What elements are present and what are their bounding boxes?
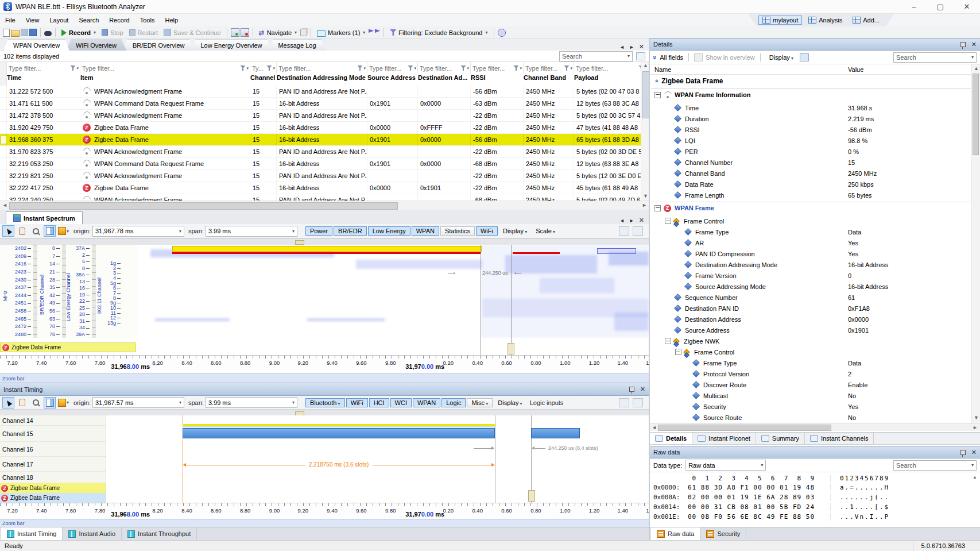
frame-bar-channel15[interactable] (183, 428, 495, 438)
spectrum-filter-toggle[interactable]: WiFi (476, 226, 498, 236)
details-row[interactable]: » Source Route No (650, 412, 980, 423)
close-panel-icon[interactable]: ✕ (971, 41, 977, 48)
details-row[interactable]: » WPAN Frame Information (650, 87, 980, 102)
spectrum-origin-input[interactable]: 31,967.78 ms▾ (92, 226, 184, 237)
filter-funnel-icon[interactable] (266, 65, 272, 71)
table-row[interactable]: 31.472 378 500 WPAN Acknowledgment Frame… (0, 110, 649, 122)
details-vertical-scrollbar[interactable]: ▲▼ (971, 64, 980, 423)
cursor-line-1[interactable] (495, 415, 495, 503)
tab-scroll-right-icon[interactable]: ► (629, 218, 634, 224)
spectrum-span-input[interactable]: 3.99 ms▾ (206, 226, 297, 237)
tab-close-icon[interactable]: ✕ (639, 43, 644, 51)
overview-tab[interactable]: Low Energy Overview (191, 40, 272, 51)
set-marker-icon[interactable] (231, 28, 239, 37)
details-tab[interactable]: Instant Channels (805, 433, 874, 444)
details-row[interactable]: » AR Yes (650, 237, 980, 248)
ack-bar-channel15[interactable] (531, 428, 580, 438)
all-fields-button[interactable]: All fields (660, 54, 683, 61)
details-row[interactable]: » Data Rate 250 kbps (650, 179, 980, 190)
column-filter-input[interactable]: Type filter... ▾ (418, 62, 471, 74)
overview-tab[interactable]: WiFi Overview (66, 40, 126, 51)
column-filter-input[interactable]: Type filter... ▾ (367, 62, 418, 74)
details-tab[interactable]: Details (650, 433, 692, 444)
column-filter-input[interactable]: Type filter... ▾ (277, 62, 367, 74)
go-to-end-icon[interactable] (633, 226, 643, 236)
filter-funnel-icon[interactable] (240, 65, 245, 71)
find-icon[interactable] (44, 31, 52, 36)
close-button[interactable]: ✕ (954, 0, 980, 13)
bottom-tab[interactable]: Instant Audio (63, 527, 122, 540)
pan-tool-icon[interactable] (16, 397, 28, 409)
reset-marker-icon[interactable] (241, 28, 249, 37)
cursor-line-2[interactable] (511, 245, 512, 338)
details-row[interactable]: » Source Addressing Mode 16-bit Address (650, 281, 980, 292)
filtering-button[interactable]: Filtering: Exclude Background▾ (388, 29, 490, 37)
pan-tool-icon[interactable] (16, 225, 28, 237)
cursor-line-1[interactable] (481, 245, 481, 338)
close-panel-icon[interactable]: ✕ (640, 386, 645, 393)
details-row[interactable]: » LQI 98.8 % (650, 135, 980, 146)
menu-item[interactable]: Tools (135, 15, 160, 25)
details-row[interactable]: » Protocol Version 2 (650, 368, 980, 379)
hex-row[interactable]: 0x001E: 00 08 F0 56 6E 8C 49 FE 88 50 ..… (650, 512, 980, 522)
spectrum-filter-toggle[interactable]: Low Energy (368, 226, 410, 236)
table-row[interactable]: 31.970 823 375 WPAN Acknowledgment Frame… (0, 146, 649, 158)
split-view-icon[interactable] (44, 225, 56, 237)
selected-frame-label[interactable]: Zigbee Data Frame (0, 342, 136, 352)
table-vertical-scrollbar[interactable]: ▲ ▼ (641, 62, 649, 201)
save-as-icon[interactable] (29, 29, 37, 36)
pin-icon[interactable] (960, 42, 966, 47)
collapse-icon[interactable] (654, 205, 661, 211)
marker-tool-icon[interactable]: ▾ (57, 397, 69, 409)
restart-button[interactable]: Restart (127, 29, 160, 37)
filter-funnel-icon[interactable] (564, 65, 569, 71)
table-row[interactable]: 32.219 821 250 WPAN Acknowledgment Frame… (0, 170, 649, 182)
menu-item[interactable]: Record (104, 15, 134, 25)
tab-scroll-right-icon[interactable]: ► (629, 44, 634, 50)
spectrum-filter-toggle[interactable]: WPAN (412, 226, 439, 236)
timing-filter-toggle[interactable]: Logic (441, 398, 466, 407)
hex-scroll-up-icon[interactable]: ▲ (973, 475, 977, 480)
details-row[interactable]: » Frame Control (650, 215, 980, 226)
panel-close-icon[interactable]: ✕ (639, 217, 644, 224)
details-row[interactable]: » Time 31.968 s (650, 102, 980, 113)
select-tool-icon[interactable] (2, 225, 14, 237)
markers-button[interactable]: Markers (1)▾ (315, 28, 367, 37)
rawdata-tab[interactable]: Security (700, 527, 746, 540)
details-display-menu[interactable]: Display (766, 53, 797, 61)
column-filter-input[interactable]: Type filter... ▾ (7, 62, 80, 74)
table-row[interactable]: 32.222 417 250 Zigbee Data Frame 15 16-b… (0, 182, 649, 194)
column-filter-input[interactable]: Type filter... ▾ (471, 62, 524, 74)
details-row[interactable]: » Zigbee NWK (650, 336, 980, 346)
details-row[interactable]: » Frame Control (650, 346, 980, 357)
table-row[interactable]: 31.920 429 750 Zigbee Data Frame 15 16-b… (0, 122, 649, 134)
timing-span-input[interactable]: 3.99 ms▾ (206, 397, 297, 408)
hex-dump[interactable]: 0x0000: 61 88 3D A8 F1 00 00 01 19 48 a.… (650, 483, 980, 522)
details-row[interactable]: » PER 0 % (650, 146, 980, 157)
bottom-tab[interactable]: Instant Timing (1, 527, 63, 540)
menu-item[interactable]: File (0, 15, 21, 25)
zoom-tool-icon[interactable] (30, 225, 42, 237)
details-horizontal-scrollbar[interactable]: ◄► (650, 423, 980, 431)
collapse-icon[interactable] (665, 218, 671, 224)
spectrum-filter-toggle[interactable]: Power (305, 226, 332, 236)
column-filter-input[interactable]: Type filter... ▾ (80, 62, 250, 74)
details-row[interactable]: » Channel Band 2450 MHz (650, 168, 980, 179)
zoom-tool-icon[interactable] (30, 397, 42, 409)
go-to-end-icon[interactable] (633, 398, 643, 407)
timing-filter-toggle[interactable]: Misc (467, 398, 493, 407)
filter-funnel-icon[interactable] (460, 65, 466, 71)
new-file-icon[interactable] (3, 29, 10, 37)
spectrum-display-menu[interactable]: Display (499, 227, 530, 235)
show-in-overview-button[interactable]: Show in overview (706, 54, 755, 61)
menu-item[interactable]: Search (73, 15, 104, 25)
collapse-icon[interactable] (665, 338, 671, 344)
timing-canvas[interactable]: 244.250 us (0.4 slots) 2.218750 ms (3.6 … (106, 415, 649, 503)
split-view-icon[interactable] (44, 397, 56, 409)
marker-tool-icon[interactable]: ▾ (57, 225, 69, 237)
pin-icon[interactable] (960, 450, 966, 455)
details-row[interactable]: » Destination Addressing Mode 16-bit Add… (650, 259, 980, 270)
table-row[interactable]: 32.219 053 250 WPAN Command Data Request… (0, 158, 649, 170)
table-row[interactable]: 31.968 360 375 Zigbee Data Frame 15 16-b… (0, 134, 649, 146)
details-row[interactable]: » Discover Route Enable (650, 379, 980, 390)
